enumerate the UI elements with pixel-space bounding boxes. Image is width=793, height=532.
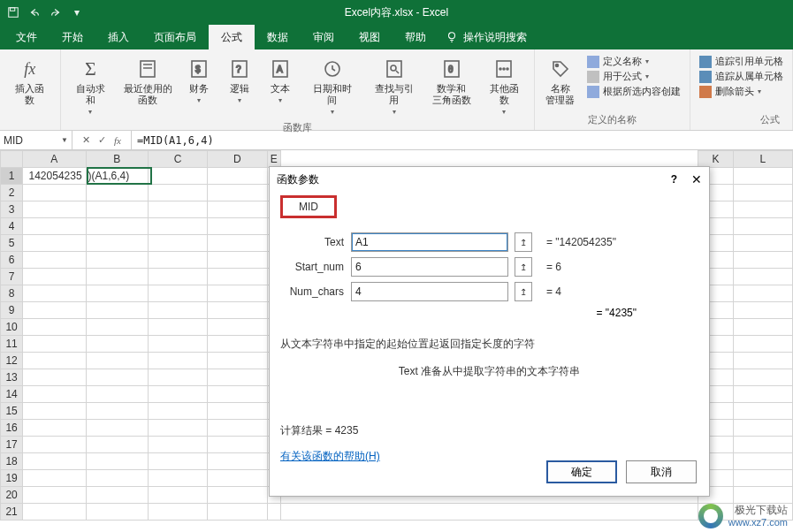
- cell[interactable]: [733, 369, 792, 386]
- use-formula-link[interactable]: 用于公式 ▾: [587, 70, 681, 83]
- fx-bar-icon[interactable]: fx: [111, 134, 124, 147]
- cell[interactable]: [208, 201, 267, 218]
- cell[interactable]: [148, 285, 207, 302]
- col-header[interactable]: D: [208, 151, 267, 168]
- cell[interactable]: [23, 369, 86, 386]
- text-button[interactable]: A 文本▾: [262, 53, 299, 108]
- cell[interactable]: [86, 453, 148, 470]
- cell[interactable]: [733, 201, 792, 218]
- tab-home[interactable]: 开始: [50, 25, 95, 49]
- cell[interactable]: [23, 302, 86, 319]
- cell[interactable]: [208, 420, 267, 437]
- undo-icon[interactable]: [27, 4, 42, 20]
- collapse-dialog-icon[interactable]: ↥: [515, 282, 532, 301]
- cell[interactable]: [208, 168, 267, 185]
- cell[interactable]: [23, 218, 86, 235]
- cell[interactable]: [733, 420, 792, 437]
- cell[interactable]: [86, 235, 148, 252]
- cell[interactable]: [733, 302, 792, 319]
- cell[interactable]: [23, 201, 86, 218]
- cell[interactable]: [86, 201, 148, 218]
- cell[interactable]: [733, 235, 792, 252]
- dialog-titlebar[interactable]: 函数参数 ? ✕: [270, 167, 709, 192]
- cell[interactable]: [733, 269, 792, 285]
- cell[interactable]: [208, 185, 267, 201]
- cell[interactable]: [208, 302, 267, 319]
- cell[interactable]: [148, 353, 207, 369]
- cell[interactable]: [148, 319, 207, 336]
- cell[interactable]: [733, 319, 792, 336]
- autosum-button[interactable]: Σ 自动求和▾: [66, 53, 115, 119]
- remove-arrows-link[interactable]: 删除箭头 ▾: [699, 85, 783, 98]
- cell[interactable]: [86, 386, 148, 403]
- col-header[interactable]: E: [267, 151, 280, 168]
- cell[interactable]: [86, 369, 148, 386]
- cell[interactable]: [148, 403, 207, 420]
- cell[interactable]: [86, 302, 148, 319]
- cell[interactable]: [86, 420, 148, 437]
- financial-button[interactable]: $ 财务▾: [180, 53, 217, 108]
- row-header[interactable]: 16: [1, 420, 23, 437]
- cell[interactable]: [208, 235, 267, 252]
- row-header[interactable]: 14: [1, 386, 23, 403]
- tab-view[interactable]: 视图: [347, 25, 393, 49]
- cell[interactable]: [208, 369, 267, 386]
- cell[interactable]: [208, 437, 267, 453]
- cell[interactable]: )(A1,6,4): [86, 168, 148, 185]
- row-header[interactable]: 1: [1, 168, 23, 185]
- create-from-sel-link[interactable]: 根据所选内容创建: [587, 85, 681, 98]
- cell[interactable]: [23, 285, 86, 302]
- tell-me-search[interactable]: 操作说明搜索: [446, 25, 527, 49]
- row-header[interactable]: 5: [1, 235, 23, 252]
- cell[interactable]: [733, 386, 792, 403]
- cancel-button[interactable]: 取消: [626, 460, 697, 483]
- cell[interactable]: [208, 336, 267, 353]
- cell[interactable]: [86, 353, 148, 369]
- cell[interactable]: [148, 185, 207, 201]
- row-header[interactable]: 18: [1, 453, 23, 470]
- cell[interactable]: [267, 504, 280, 521]
- redo-icon[interactable]: [48, 4, 64, 20]
- cell[interactable]: [733, 285, 792, 302]
- select-all-corner[interactable]: [1, 151, 23, 168]
- define-name-link[interactable]: 定义名称 ▾: [587, 55, 681, 68]
- cell[interactable]: [208, 504, 267, 521]
- logical-button[interactable]: ? 逻辑▾: [221, 53, 258, 108]
- recent-button[interactable]: 最近使用的 函数: [118, 53, 177, 110]
- cell[interactable]: [23, 235, 86, 252]
- cell[interactable]: [86, 252, 148, 269]
- cell[interactable]: [23, 353, 86, 369]
- cell[interactable]: [86, 218, 148, 235]
- tab-review[interactable]: 审阅: [301, 25, 347, 49]
- col-header[interactable]: A: [23, 151, 86, 168]
- row-header[interactable]: 6: [1, 252, 23, 269]
- tab-insert[interactable]: 插入: [95, 25, 141, 49]
- cell[interactable]: [733, 470, 792, 487]
- row-header[interactable]: 13: [1, 369, 23, 386]
- cell[interactable]: [208, 353, 267, 369]
- cell[interactable]: [86, 285, 148, 302]
- col-header[interactable]: B: [86, 151, 148, 168]
- cell[interactable]: [86, 504, 148, 521]
- cell[interactable]: [733, 437, 792, 453]
- cell[interactable]: [23, 470, 86, 487]
- tab-layout[interactable]: 页面布局: [141, 25, 209, 49]
- save-icon[interactable]: [5, 4, 21, 20]
- cell[interactable]: [208, 252, 267, 269]
- cell[interactable]: [148, 201, 207, 218]
- cell[interactable]: [148, 252, 207, 269]
- cell[interactable]: 142054235: [23, 168, 86, 185]
- cell[interactable]: [86, 269, 148, 285]
- cell[interactable]: [208, 319, 267, 336]
- cell[interactable]: [208, 453, 267, 470]
- row-header[interactable]: 20: [1, 487, 23, 504]
- close-icon[interactable]: ✕: [691, 172, 702, 186]
- qat-more-icon[interactable]: ▾: [69, 4, 85, 20]
- math-button[interactable]: θ 数学和 三角函数: [427, 53, 476, 110]
- cell[interactable]: [148, 504, 207, 521]
- cell[interactable]: [733, 353, 792, 369]
- cell[interactable]: [733, 185, 792, 201]
- cancel-icon[interactable]: ✕: [80, 134, 92, 147]
- param-input-numchars[interactable]: 4: [351, 282, 508, 301]
- lookup-button[interactable]: 查找与引用▾: [365, 53, 423, 119]
